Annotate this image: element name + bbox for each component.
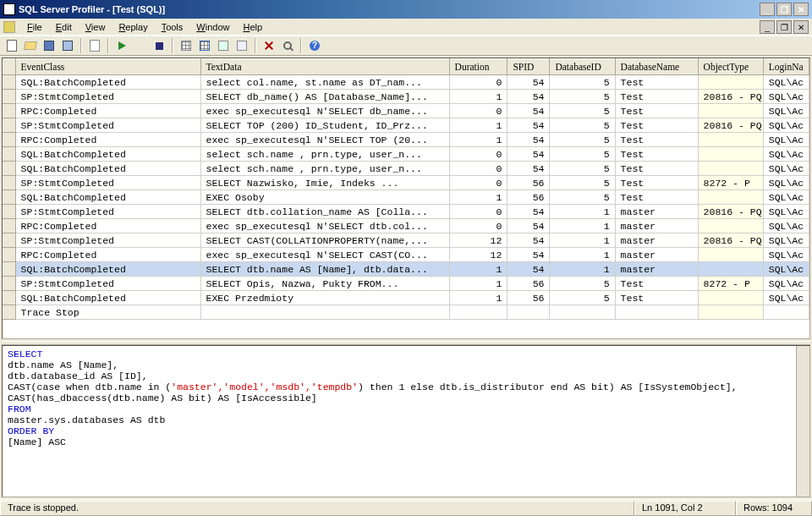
- cell-duration[interactable]: 12: [449, 248, 508, 262]
- menu-tools[interactable]: Tools: [155, 20, 190, 34]
- menu-view[interactable]: View: [79, 20, 112, 34]
- cell-databaseId[interactable]: 5: [550, 90, 615, 104]
- cell-objectType[interactable]: 8272 - P: [698, 176, 763, 190]
- cell-textData[interactable]: SELECT TOP (200) ID_Student, ID_Prz...: [200, 118, 449, 133]
- cell-textData[interactable]: exec sp_executesql N'SELECT CAST(CO...: [200, 248, 449, 262]
- cell-loginName[interactable]: SQL\Ac: [763, 133, 809, 147]
- table-row[interactable]: SP:StmtCompletedSELECT CAST(COLLATIONPRO…: [3, 233, 809, 248]
- cell-spid[interactable]: [508, 305, 550, 320]
- cell-duration[interactable]: 1: [449, 190, 508, 205]
- cell-loginName[interactable]: SQL\Ac: [763, 262, 809, 277]
- stop-button[interactable]: [151, 37, 167, 54]
- cell-textData[interactable]: SELECT dtb.name AS [Name], dtb.data...: [200, 262, 449, 277]
- aggregated-view-button[interactable]: [233, 37, 250, 54]
- cell-databaseId[interactable]: [550, 305, 615, 320]
- cell-databaseName[interactable]: Test: [615, 147, 698, 162]
- cell-loginName[interactable]: SQL\Ac: [763, 190, 809, 205]
- cell-databaseId[interactable]: 5: [550, 147, 615, 162]
- clear-trace-button[interactable]: [261, 37, 277, 54]
- cell-textData[interactable]: select sch.name , prn.type, user_n...: [200, 162, 449, 176]
- cell-eventClass[interactable]: SP:StmtCompleted: [15, 176, 200, 190]
- table-row[interactable]: SP:StmtCompletedSELECT db_name() AS [Dat…: [3, 90, 809, 104]
- cell-eventClass[interactable]: SP:StmtCompleted: [15, 118, 200, 133]
- open-trace-button[interactable]: [22, 37, 39, 54]
- cell-eventClass[interactable]: SQL:BatchCompleted: [15, 147, 200, 162]
- cell-databaseName[interactable]: Test: [615, 291, 698, 305]
- cell-textData[interactable]: [200, 305, 449, 320]
- table-row[interactable]: SQL:BatchCompleted select sch.name , prn…: [3, 162, 809, 176]
- cell-textData[interactable]: SELECT Opis, Nazwa, Pukty FROM...: [200, 277, 449, 291]
- table-row[interactable]: SP:StmtCompletedSELECT Nazwisko, Imie, I…: [3, 176, 809, 190]
- cell-databaseName[interactable]: Test: [615, 133, 698, 147]
- cell-objectType[interactable]: 20816 - PQ: [698, 233, 763, 248]
- events-grid[interactable]: EventClassTextDataDurationSPIDDatabaseID…: [3, 58, 809, 320]
- new-trace-button[interactable]: [3, 37, 20, 54]
- cell-loginName[interactable]: SQL\Ac: [763, 147, 809, 162]
- cell-duration[interactable]: 0: [449, 219, 508, 233]
- detail-pane[interactable]: SELECT dtb.name AS [Name], dtb.database_…: [2, 345, 810, 497]
- cell-spid[interactable]: 54: [508, 118, 550, 133]
- cell-objectType[interactable]: [698, 291, 763, 305]
- cell-textData[interactable]: EXEC Przedmioty: [200, 291, 449, 305]
- cell-databaseName[interactable]: master: [615, 262, 698, 277]
- cell-objectType[interactable]: [698, 104, 763, 118]
- cell-spid[interactable]: 56: [508, 291, 550, 305]
- cell-eventClass[interactable]: RPC:Completed: [15, 104, 200, 118]
- column-header-loginName[interactable]: LoginNa: [763, 59, 809, 75]
- cell-objectType[interactable]: [698, 133, 763, 147]
- table-row[interactable]: SP:StmtCompletedSELECT Opis, Nazwa, Pukt…: [3, 277, 809, 291]
- cell-duration[interactable]: 1: [449, 277, 508, 291]
- table-row[interactable]: SQL:BatchCompleted select sch.name , prn…: [3, 147, 809, 162]
- cell-databaseId[interactable]: 5: [550, 118, 615, 133]
- cell-eventClass[interactable]: RPC:Completed: [15, 133, 200, 147]
- column-header-objectType[interactable]: ObjectType: [698, 59, 763, 75]
- cell-loginName[interactable]: [763, 305, 809, 320]
- cell-databaseId[interactable]: 1: [550, 233, 615, 248]
- cell-duration[interactable]: 0: [449, 104, 508, 118]
- cell-textData[interactable]: exec sp_executesql N'SELECT dtb.col...: [200, 219, 449, 233]
- cell-databaseName[interactable]: master: [615, 233, 698, 248]
- column-header-spid[interactable]: SPID: [508, 59, 550, 75]
- cell-textData[interactable]: select col.name, st.name as DT_nam...: [200, 75, 449, 90]
- cell-databaseId[interactable]: 5: [550, 75, 615, 90]
- cell-loginName[interactable]: SQL\Ac: [763, 277, 809, 291]
- cell-loginName[interactable]: SQL\Ac: [763, 291, 809, 305]
- column-header-eventClass[interactable]: EventClass: [15, 59, 200, 75]
- column-header-databaseName[interactable]: DatabaseName: [615, 59, 698, 75]
- maximize-button[interactable]: ❐: [776, 3, 792, 16]
- cell-loginName[interactable]: SQL\Ac: [763, 219, 809, 233]
- cell-spid[interactable]: 54: [508, 205, 550, 219]
- cell-loginName[interactable]: SQL\Ac: [763, 118, 809, 133]
- cell-eventClass[interactable]: SP:StmtCompleted: [15, 277, 200, 291]
- minimize-button[interactable]: _: [760, 3, 775, 16]
- cell-objectType[interactable]: [698, 305, 763, 320]
- cell-spid[interactable]: 54: [508, 162, 550, 176]
- cell-spid[interactable]: 54: [508, 147, 550, 162]
- cell-duration[interactable]: 1: [449, 262, 508, 277]
- table-row[interactable]: SP:StmtCompletedSELECT dtb.collation_nam…: [3, 205, 809, 219]
- cell-loginName[interactable]: SQL\Ac: [763, 233, 809, 248]
- table-row[interactable]: RPC:Completedexec sp_executesql N'SELECT…: [3, 248, 809, 262]
- cell-databaseId[interactable]: 1: [550, 219, 615, 233]
- cell-spid[interactable]: 56: [508, 190, 550, 205]
- cell-databaseName[interactable]: Test: [615, 176, 698, 190]
- cell-databaseName[interactable]: [615, 305, 698, 320]
- cell-eventClass[interactable]: SP:StmtCompleted: [15, 205, 200, 219]
- cell-duration[interactable]: 1: [449, 90, 508, 104]
- column-header-databaseId[interactable]: DatabaseID: [550, 59, 615, 75]
- cell-eventClass[interactable]: SQL:BatchCompleted: [15, 75, 200, 90]
- mdi-minimize-button[interactable]: _: [760, 20, 775, 34]
- cell-duration[interactable]: 1: [449, 133, 508, 147]
- cell-spid[interactable]: 54: [508, 262, 550, 277]
- cell-spid[interactable]: 54: [508, 133, 550, 147]
- cell-databaseId[interactable]: 5: [550, 277, 615, 291]
- cell-spid[interactable]: 54: [508, 90, 550, 104]
- cell-duration[interactable]: 0: [449, 205, 508, 219]
- table-row[interactable]: Trace Stop: [3, 305, 809, 320]
- cell-objectType[interactable]: 8272 - P: [698, 277, 763, 291]
- cell-objectType[interactable]: [698, 75, 763, 90]
- cell-textData[interactable]: exec sp_executesql N'SELECT db_name...: [200, 104, 449, 118]
- cell-databaseId[interactable]: 5: [550, 162, 615, 176]
- cell-databaseId[interactable]: 5: [550, 190, 615, 205]
- cell-spid[interactable]: 54: [508, 219, 550, 233]
